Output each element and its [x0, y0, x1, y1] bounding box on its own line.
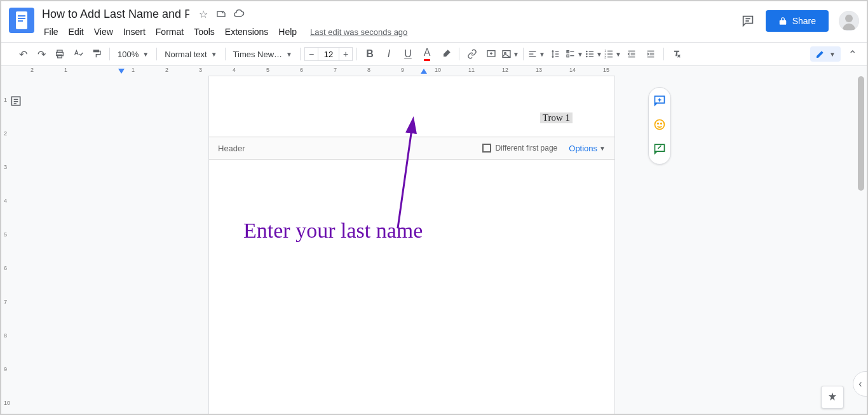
menu-view[interactable]: View	[90, 24, 118, 39]
numbered-list-button[interactable]: 123▼	[604, 45, 621, 63]
chevron-down-icon: ▼	[286, 51, 292, 58]
add-comment-icon[interactable]	[653, 94, 666, 109]
menu-help[interactable]: Help	[274, 24, 301, 39]
comment-toolbar	[648, 87, 671, 165]
spellcheck-button[interactable]	[69, 45, 87, 63]
menu-format[interactable]: Format	[151, 24, 188, 39]
separator	[459, 48, 459, 60]
move-icon[interactable]	[215, 8, 227, 20]
toolbar: ↶ ↷ 100%▼ Normal text▼ Times New…▼ − + B…	[1, 42, 867, 66]
svg-point-27	[586, 53, 588, 55]
document-title-input[interactable]	[39, 6, 192, 22]
comment-history-icon[interactable]	[740, 13, 756, 29]
svg-rect-35	[607, 51, 613, 51]
last-edit-link[interactable]: Last edit was seconds ago	[310, 27, 407, 37]
header-label: Header	[218, 144, 245, 153]
docs-logo[interactable]	[9, 8, 34, 33]
hide-menus-button[interactable]: ⌃	[846, 46, 859, 63]
svg-point-7	[845, 15, 853, 22]
svg-rect-36	[607, 53, 613, 54]
svg-point-28	[586, 56, 588, 58]
decrease-indent-button[interactable]	[623, 45, 641, 63]
svg-rect-3	[18, 20, 23, 22]
svg-point-56	[658, 123, 659, 125]
underline-button[interactable]: U	[399, 45, 417, 63]
clear-formatting-button[interactable]	[668, 45, 686, 63]
separator	[109, 48, 110, 60]
vertical-ruler[interactable]: 12345678910	[1, 76, 14, 415]
print-button[interactable]	[51, 45, 69, 63]
svg-point-57	[661, 123, 662, 125]
align-button[interactable]: ▼	[527, 45, 545, 63]
cloud-status-icon[interactable]	[233, 8, 245, 20]
different-first-page-checkbox[interactable]: Different first page	[482, 144, 557, 153]
svg-rect-30	[589, 53, 593, 54]
menu-extensions[interactable]: Extensions	[220, 24, 273, 39]
paint-format-button[interactable]	[88, 45, 105, 63]
chevron-down-icon: ▼	[211, 51, 217, 58]
document-page[interactable]: Trow 1 Header Different first page Optio…	[208, 76, 615, 415]
separator	[300, 48, 301, 60]
header-options-dropdown[interactable]: Options ▼	[569, 144, 606, 153]
redo-button[interactable]: ↷	[32, 45, 50, 63]
svg-rect-29	[589, 51, 593, 51]
undo-button[interactable]: ↶	[14, 45, 32, 63]
editing-mode-button[interactable]: ▼	[810, 46, 841, 62]
svg-rect-2	[18, 18, 25, 19]
chevron-down-icon: ▼	[599, 145, 606, 152]
increase-indent-button[interactable]	[642, 45, 660, 63]
font-size-decrease-button[interactable]: −	[304, 47, 318, 61]
emoji-reaction-icon[interactable]	[653, 118, 666, 133]
separator	[663, 48, 664, 60]
menu-insert[interactable]: Insert	[119, 24, 150, 39]
checklist-button[interactable]: ▼	[566, 45, 583, 63]
header-footer-bar: Header Different first page Options ▼	[209, 137, 614, 160]
vertical-scrollbar[interactable]	[857, 76, 865, 412]
italic-button[interactable]: I	[380, 45, 398, 63]
share-button[interactable]: Share	[766, 10, 829, 32]
horizontal-ruler[interactable]: 21123456789101112131415	[31, 66, 867, 76]
page-header-text[interactable]: Trow 1	[540, 112, 573, 123]
font-size-input[interactable]	[318, 47, 339, 61]
svg-text:3: 3	[604, 56, 606, 59]
zoom-dropdown[interactable]: 100%▼	[114, 46, 153, 62]
svg-rect-1	[18, 15, 25, 17]
suggest-edit-icon[interactable]	[653, 142, 666, 158]
explore-button[interactable]	[821, 386, 844, 409]
text-color-button[interactable]: A	[418, 45, 436, 63]
bulleted-list-button[interactable]: ▼	[585, 45, 602, 63]
svg-rect-31	[589, 56, 593, 57]
insert-link-button[interactable]	[463, 45, 481, 63]
share-button-label: Share	[792, 16, 816, 26]
paragraph-style-dropdown[interactable]: Normal text▼	[161, 46, 220, 62]
separator	[156, 48, 157, 60]
font-size-increase-button[interactable]: +	[339, 47, 353, 61]
line-spacing-button[interactable]	[546, 45, 564, 63]
highlight-color-button[interactable]	[437, 45, 455, 63]
avatar[interactable]	[839, 11, 859, 31]
svg-rect-58	[655, 144, 665, 151]
star-icon[interactable]: ☆	[197, 8, 210, 20]
separator	[356, 48, 357, 60]
chevron-down-icon: ▼	[142, 51, 149, 58]
svg-rect-24	[567, 55, 569, 57]
svg-point-55	[655, 120, 665, 130]
menu-edit[interactable]: Edit	[64, 24, 88, 39]
svg-point-26	[586, 51, 588, 53]
bold-button[interactable]: B	[361, 45, 379, 63]
insert-image-button[interactable]: ▼	[501, 45, 519, 63]
menu-file[interactable]: File	[39, 24, 63, 39]
menu-tools[interactable]: Tools	[189, 24, 219, 39]
checkbox-icon	[482, 144, 491, 153]
separator	[523, 48, 524, 60]
separator	[225, 48, 226, 60]
font-family-dropdown[interactable]: Times New…▼	[229, 46, 296, 62]
insert-comment-button[interactable]	[482, 45, 500, 63]
chevron-down-icon: ▼	[829, 51, 836, 58]
svg-rect-37	[607, 57, 613, 57]
